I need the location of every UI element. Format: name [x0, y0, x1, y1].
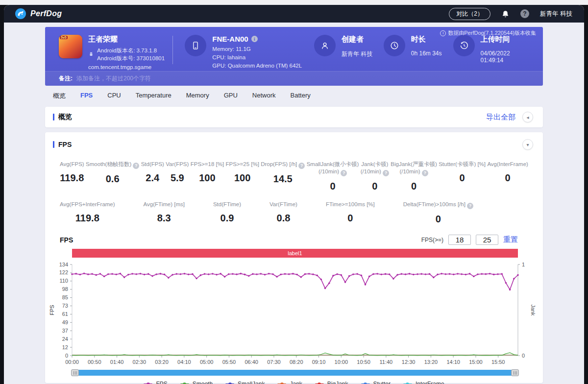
legend-label: Jank [290, 381, 302, 384]
help-icon[interactable]: ? [467, 203, 473, 209]
svg-text:15:50: 15:50 [491, 359, 505, 365]
legend-item-fps[interactable]: FPS [144, 381, 167, 384]
help-icon[interactable]: ? [520, 9, 529, 18]
stat-jank-: Jank(卡顿)(/10min)?0 [361, 161, 389, 192]
creator-value: 新青年 科技 [342, 50, 372, 58]
top-navbar: PerfDog 对比（2） ? 新青年 科技 [4, 5, 584, 23]
stat-value: 0 [391, 181, 437, 192]
svg-text:12:30: 12:30 [402, 359, 416, 365]
svg-text:13:20: 13:20 [424, 359, 438, 365]
app-window: PerfDog 对比（2） ? 新青年 科技 i 数据由PerfDog(7.1.… [4, 5, 584, 384]
legend-item-jank[interactable]: Jank [277, 381, 302, 384]
info-icon: i [440, 30, 446, 36]
help-icon[interactable]: ? [383, 170, 389, 176]
person-icon [320, 41, 330, 50]
stat-fps-18-: FPS>=18 [%]100 [191, 161, 224, 192]
device-info-icon[interactable]: i [251, 36, 258, 42]
tab-temperature[interactable]: Temperature [136, 92, 172, 100]
stat-label: FPS>=18 [%] [191, 161, 224, 168]
note-field[interactable]: 备注: 添加备注，不超过200个字符 [45, 71, 543, 86]
device-gpu: GPU: Qualcomm Adreno (TM) 642L [212, 62, 302, 70]
tab-battery[interactable]: Battery [291, 92, 311, 100]
stat-avg-ftime-ms-: Avg(FTime) [ms]8.3 [144, 201, 185, 225]
section-accent-bar [53, 141, 54, 148]
stat-label: Smooth(稳帧指数)? [86, 161, 139, 169]
stat-label: Std(FPS) [141, 161, 164, 168]
svg-text:122: 122 [59, 269, 68, 275]
stat-label: Stutter(卡顿率) [%] [439, 161, 486, 168]
stat-label: FTime>=100ms [%] [326, 201, 375, 208]
reset-link[interactable]: 重置 [503, 235, 518, 244]
svg-text:1: 1 [522, 262, 525, 267]
bell-icon[interactable] [501, 10, 510, 18]
svg-text:14:10: 14:10 [446, 359, 460, 365]
stat-label: Jank(卡顿) [361, 161, 389, 168]
help-icon[interactable]: ? [133, 163, 139, 169]
svg-text:15:00: 15:00 [469, 359, 483, 365]
fps-chart-canvas[interactable]: 134122110988573614937241201000:0000:5001… [45, 260, 543, 366]
svg-text:49: 49 [62, 319, 68, 325]
tab-fps[interactable]: FPS [80, 92, 93, 100]
svg-text:12: 12 [62, 344, 68, 350]
stat-label: Avg(InterFrame) [487, 161, 528, 168]
stat-value: 100 [191, 172, 224, 184]
fps-card: FPS ▾ Avg(FPS)119.8Smooth(稳帧指数)?0.6Std(F… [45, 132, 543, 383]
fps-collapse-button[interactable]: ▾ [522, 139, 533, 150]
tab-network[interactable]: Network [252, 92, 276, 100]
legend-item-stutter[interactable]: Stutter [361, 381, 391, 384]
legend-item-interframe[interactable]: InterFrame [403, 381, 444, 384]
stat-value: 0.6 [86, 173, 139, 185]
svg-text:73: 73 [62, 303, 68, 309]
legend-item-smalljank[interactable]: SmallJank [225, 381, 265, 384]
chart-label-band[interactable]: label1 [72, 249, 518, 258]
help-icon[interactable]: ? [341, 170, 347, 176]
chart-range-scrollbar[interactable] [72, 369, 518, 376]
section-accent-bar [53, 114, 54, 120]
help-icon[interactable]: ? [298, 163, 305, 169]
tab-gpu[interactable]: GPU [224, 92, 238, 100]
user-name[interactable]: 新青年 科技 [540, 10, 572, 18]
stat-var-ftime-: Var(FTime)0.8 [270, 201, 297, 225]
stat-value: 119.8 [60, 172, 84, 184]
stat-var-fps-: Var(FPS)5.9 [166, 161, 189, 192]
legend-label: InterFrame [416, 381, 444, 384]
svg-text:134: 134 [59, 262, 68, 267]
overview-collapse-button[interactable]: ◂ [522, 112, 533, 122]
svg-text:06:40: 06:40 [245, 359, 258, 365]
legend-item-bigjank[interactable]: BigJank [315, 381, 348, 384]
stat-value: 119.8 [60, 213, 115, 224]
svg-text:09:10: 09:10 [312, 359, 326, 365]
fps-chart[interactable]: 134122110988573614937241201000:0000:5001… [45, 260, 543, 368]
fps-threshold-input-1[interactable] [448, 235, 471, 245]
stat-fps-25-: FPS>=25 [%]100 [225, 161, 259, 192]
tab-概览[interactable]: 概览 [53, 92, 66, 100]
fps-threshold-input-2[interactable] [476, 235, 498, 245]
export-all-link[interactable]: 导出全部 [486, 113, 515, 122]
svg-text:08:20: 08:20 [290, 359, 303, 365]
legend-label: FPS [156, 381, 167, 384]
metric-tabs: 概览FPSCPUTemperatureMemoryGPUNetworkBatte… [45, 86, 543, 105]
help-icon[interactable]: ? [422, 170, 428, 176]
brand-name: PerfDog [30, 9, 62, 18]
svg-text:02:30: 02:30 [133, 359, 147, 365]
stat-value: 2.4 [141, 172, 164, 184]
svg-text:01:40: 01:40 [110, 359, 124, 365]
svg-text:37: 37 [62, 328, 68, 334]
tab-cpu[interactable]: CPU [107, 92, 121, 100]
stat-label: Delta(FTime)>100ms [/h]? [403, 201, 473, 209]
scrollbar-track[interactable] [72, 370, 518, 376]
scrollbar-left-handle[interactable] [71, 369, 79, 376]
legend-item-smooth[interactable]: Smooth [180, 381, 213, 384]
duration-label: 时长 [411, 35, 442, 44]
history-icon [459, 41, 469, 50]
chart-title: FPS [60, 236, 73, 244]
game-title: 王者荣耀 [88, 35, 165, 44]
legend-label: BigJank [327, 381, 348, 384]
stat-avg-fps-interframe-: Avg(FPS+InterFrame)119.8 [60, 201, 115, 225]
compare-button[interactable]: 对比（2） [449, 8, 490, 20]
tab-memory[interactable]: Memory [186, 92, 209, 100]
svg-text:110: 110 [59, 278, 68, 284]
creator-label: 创建者 [342, 35, 372, 44]
scrollbar-right-handle[interactable] [511, 369, 519, 376]
band-label: label1 [288, 250, 302, 256]
